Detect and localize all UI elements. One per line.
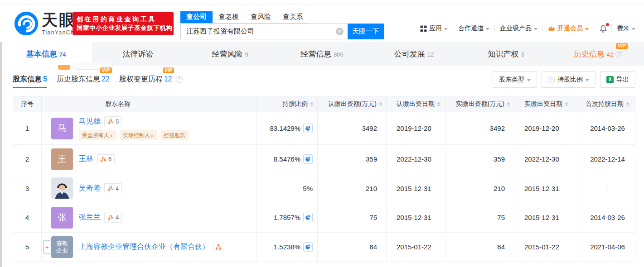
paid-date-cell: 2015-12-31 bbox=[514, 174, 580, 203]
subscribed-date-cell: 2022-12-30 bbox=[387, 145, 445, 174]
avatar[interactable]: 睿教 企业 bbox=[51, 236, 73, 258]
subscribed-amount-cell: 359 bbox=[318, 145, 387, 174]
first-holding-date-cell: 2014-03-26 bbox=[580, 203, 635, 232]
graph-count: 5 bbox=[116, 118, 119, 125]
nav-cooperation[interactable]: 合作通道 bbox=[453, 24, 494, 33]
shareholder-name-link[interactable]: 马见雄 bbox=[79, 117, 101, 126]
apps-grid-icon bbox=[420, 25, 427, 32]
vip-badge: VIP bbox=[100, 67, 112, 73]
sort-icon[interactable] bbox=[626, 102, 629, 106]
equity-graph-badge[interactable]: 6 bbox=[97, 154, 115, 164]
notifications-bell[interactable] bbox=[594, 24, 611, 33]
column-header-认缴出资额(万元)[interactable]: 认缴出资额(万元) bbox=[318, 96, 387, 112]
sort-icon[interactable] bbox=[437, 102, 441, 106]
sort-icon[interactable] bbox=[379, 102, 383, 106]
clear-search-icon[interactable]: ✕ bbox=[336, 28, 344, 35]
chevron-down-icon bbox=[444, 28, 448, 30]
vip-badge: VIP bbox=[163, 67, 174, 73]
chevron-right-icon: ▸ bbox=[151, 133, 154, 138]
equity-graph-badge[interactable]: 5 bbox=[104, 116, 122, 126]
chevron-right-icon: ▸ bbox=[111, 133, 113, 138]
export-button[interactable]: X 导出 bbox=[600, 72, 635, 88]
subscribed-date-cell: 2015-01-22 bbox=[387, 233, 445, 262]
help-icon: ? bbox=[548, 76, 555, 83]
shareholder-name-link[interactable]: 张兰兰 bbox=[79, 213, 101, 222]
column-header-认缴出资日期[interactable]: 认缴出资日期 bbox=[387, 96, 445, 112]
paid-date-cell: 2022-12-30 bbox=[514, 145, 580, 174]
main-tab-经营信息[interactable]: 经营信息806 bbox=[276, 42, 368, 66]
graph-count: 4 bbox=[116, 214, 119, 221]
help-icon[interactable]: ? bbox=[615, 51, 622, 57]
column-header-实缴出资额(万元)[interactable]: 实缴出资额(万元) bbox=[445, 96, 514, 112]
main-tab-知识产权[interactable]: 知识产权3 bbox=[460, 42, 552, 66]
table-header: 序号股东名称持股比例认缴出资额(万元)认缴出资日期实缴出资额(万元)实缴出资日期… bbox=[13, 96, 635, 112]
username: 费米 bbox=[617, 24, 629, 33]
shareholder-cell: + 吴奇隆 4 bbox=[42, 174, 257, 203]
paid-amount-cell: 359 bbox=[445, 145, 514, 174]
equity-graph-badge[interactable]: 4 bbox=[104, 183, 122, 193]
subtab-股东信息[interactable]: 股东信息5 bbox=[13, 69, 47, 91]
user-menu[interactable]: 费米 bbox=[612, 24, 640, 33]
crown-icon bbox=[548, 25, 555, 32]
row-index: 3 bbox=[13, 174, 42, 203]
search-tab-查风险[interactable]: 查风险 bbox=[245, 11, 277, 23]
search-tab-查关系[interactable]: 查关系 bbox=[277, 11, 309, 23]
main-tab-法律诉讼[interactable]: 法律诉讼 bbox=[92, 42, 184, 66]
search-tab-查公司[interactable]: 查公司 bbox=[180, 11, 213, 23]
main-tab-基本信息[interactable]: 基本信息74 bbox=[0, 42, 92, 66]
ratio-cell: 1.7857% bbox=[257, 203, 318, 232]
holding-ratio-filter[interactable]: ? 持股比例 bbox=[542, 72, 596, 88]
help-icon[interactable]: ? bbox=[176, 76, 183, 83]
column-header-首次持股日期[interactable]: 首次持股日期 bbox=[580, 96, 635, 112]
expand-button[interactable]: + bbox=[44, 240, 50, 254]
avatar[interactable]: 王 bbox=[51, 148, 73, 170]
search-input[interactable] bbox=[180, 24, 348, 39]
subtab-历史股东信息[interactable]: 历史股东信息22VIP bbox=[57, 69, 110, 91]
equity-graph-badge[interactable]: 4 bbox=[104, 213, 122, 223]
search-area: 查公司查老板查风险查关系 ✕ 天眼一下 bbox=[180, 11, 384, 39]
nav-open-vip[interactable]: 开通会员 bbox=[543, 24, 594, 33]
sort-icon[interactable] bbox=[507, 102, 510, 106]
vip-badge: VIP bbox=[616, 43, 628, 49]
ratio-cell: 83.1429% bbox=[257, 112, 318, 144]
avatar[interactable]: 马 bbox=[51, 118, 73, 139]
subtab-股权变更历程[interactable]: 股权变更历程12VIP? bbox=[119, 69, 183, 91]
subscribed-amount-cell: 64 bbox=[318, 233, 387, 262]
tag-实际控制人[interactable]: 实际控制人▸ bbox=[120, 130, 157, 140]
shareholder-type-filter[interactable]: 股东类型 bbox=[493, 72, 537, 88]
pie-chart-icon[interactable] bbox=[303, 154, 313, 164]
shareholder-name-link[interactable]: 吴奇隆 bbox=[79, 184, 101, 193]
org-chart-icon-button[interactable] bbox=[213, 242, 223, 252]
paid-date-cell: 2015-12-31 bbox=[514, 203, 580, 232]
site-header: 天眼查 TianYanCha.com 都在用的商业查询工具 国家中小企业发展子基… bbox=[0, 5, 644, 42]
search-tab-查老板[interactable]: 查老板 bbox=[213, 11, 245, 23]
table-row: 4 + 张 张兰兰 4 bbox=[13, 203, 635, 233]
shareholder-name-link[interactable]: 王林 bbox=[79, 154, 93, 164]
main-tab-历史信息[interactable]: VIP历史信息42? bbox=[552, 42, 644, 66]
pie-chart-icon[interactable] bbox=[303, 242, 313, 252]
column-header-实缴出资日期[interactable]: 实缴出资日期 bbox=[514, 96, 580, 112]
pie-chart-icon[interactable] bbox=[303, 124, 313, 133]
sort-icon[interactable] bbox=[310, 102, 314, 106]
shareholders-table: 序号股东名称持股比例认缴出资额(万元)认缴出资日期实缴出资额(万元)实缴出资日期… bbox=[13, 96, 635, 262]
search-button[interactable]: 天眼一下 bbox=[348, 24, 384, 39]
nav-enterprise[interactable]: 企业级产品 bbox=[495, 24, 542, 33]
avatar[interactable]: 张 bbox=[51, 207, 73, 229]
main-tab-经营风险[interactable]: 经营风险9 bbox=[184, 42, 276, 66]
avatar-photo[interactable] bbox=[51, 177, 73, 199]
shareholder-cell: + 张 张兰兰 4 bbox=[42, 203, 257, 232]
tag-受益所有人[interactable]: 受益所有人▸ bbox=[79, 130, 116, 140]
first-holding-date-cell: 2021-04-06 bbox=[580, 233, 635, 262]
sort-icon[interactable] bbox=[565, 102, 568, 106]
shareholder-tags: 受益所有人▸实际控制人▸控股股东▸ bbox=[79, 130, 189, 140]
nav-apps[interactable]: 应用 bbox=[415, 24, 453, 33]
tag-控股股东[interactable]: 控股股东▸ bbox=[160, 130, 189, 140]
table-body: 1 + 马 马见雄 5 bbox=[13, 112, 635, 262]
shareholder-name-link[interactable]: 上海睿教企业管理合伙企业（有限合伙） bbox=[79, 242, 209, 252]
graph-icon bbox=[100, 156, 107, 162]
pie-chart-icon[interactable] bbox=[303, 213, 313, 222]
column-header-持股比例[interactable]: 持股比例 bbox=[257, 96, 318, 112]
paid-date-cell: 2015-01-22 bbox=[514, 233, 580, 262]
main-tab-公司发展[interactable]: 公司发展12 bbox=[368, 42, 460, 66]
graph-count: 4 bbox=[116, 185, 119, 192]
